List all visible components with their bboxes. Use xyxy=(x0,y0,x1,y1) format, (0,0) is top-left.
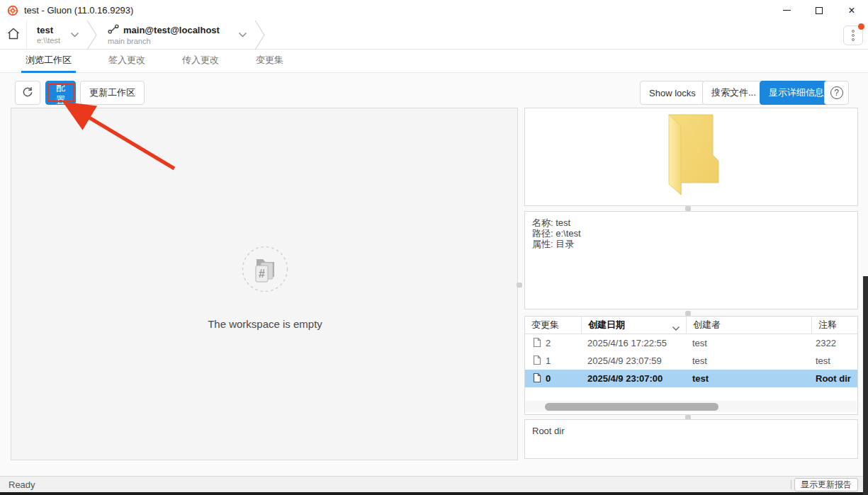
column-header-changeset[interactable]: 变更集 xyxy=(525,317,581,334)
maximize-icon xyxy=(816,7,823,14)
changeset-author: test xyxy=(686,355,811,366)
titlebar: test - Gluon (11.0.16.9293) × xyxy=(0,0,868,21)
changeset-comment-text: Root dir xyxy=(532,426,565,436)
branch-icon xyxy=(108,24,119,37)
scrollbar-thumb[interactable] xyxy=(545,403,718,411)
changeset-author: test xyxy=(686,373,811,384)
folder-preview-icon xyxy=(663,113,721,202)
column-header-date[interactable]: 创建日期 xyxy=(581,317,686,334)
refresh-icon xyxy=(21,86,34,101)
vertical-splitter-handle[interactable] xyxy=(517,283,522,288)
status-divider xyxy=(791,480,791,489)
changeset-comment: Root dir xyxy=(811,373,857,384)
window-title: test - Gluon (11.0.16.9293) xyxy=(24,5,133,16)
minimize-icon xyxy=(783,10,791,11)
detail-path: 路径: e:\test xyxy=(532,228,850,239)
chevron-down-icon xyxy=(238,32,247,38)
window-controls: × xyxy=(770,0,868,21)
changeset-row[interactable]: 2 2025/4/16 17:22:55 test 2322 xyxy=(525,334,857,352)
show-details-button[interactable]: 显示详细信息 xyxy=(760,81,833,105)
changeset-icon xyxy=(533,355,541,368)
tab-changesets[interactable]: 变更集 xyxy=(252,50,288,73)
sort-chevron-icon xyxy=(672,323,680,334)
update-workspace-button[interactable]: 更新工作区 xyxy=(80,81,145,105)
show-update-report-button[interactable]: 显示更新报告 xyxy=(794,478,858,491)
changeset-date: 2025/4/9 23:07:59 xyxy=(581,355,686,366)
tab-browse-workspace[interactable]: 浏览工作区 xyxy=(21,50,76,73)
panel-splitter-handle[interactable] xyxy=(685,311,691,316)
chevron-down-icon xyxy=(70,32,79,38)
changeset-comment: test xyxy=(811,355,857,366)
notification-dot xyxy=(858,23,864,30)
question-icon: ? xyxy=(830,86,843,99)
configure-button[interactable]: 配置 xyxy=(45,81,76,105)
changeset-icon xyxy=(533,372,541,385)
detail-name: 名称: test xyxy=(532,217,850,228)
breadcrumb: test e:\\test main@test@local xyxy=(0,21,868,50)
item-preview-panel xyxy=(524,108,858,206)
changeset-id: 2 xyxy=(546,338,551,348)
close-button[interactable]: × xyxy=(835,0,868,21)
kebab-icon xyxy=(852,34,855,37)
minimize-button[interactable] xyxy=(770,0,803,21)
empty-workspace-icon: # xyxy=(242,246,288,295)
close-icon: × xyxy=(848,5,855,16)
table-header-row: 变更集 创建日期 创建者 注释 xyxy=(525,317,857,334)
changeset-author: test xyxy=(686,338,811,348)
detail-attribute: 属性: 目录 xyxy=(532,239,850,249)
show-locks-button[interactable]: Show locks xyxy=(640,81,705,105)
kebab-icon xyxy=(852,30,855,33)
changeset-comment: 2322 xyxy=(811,338,857,348)
view-tabs: 浏览工作区 签入更改 传入更改 变更集 xyxy=(0,50,868,73)
breadcrumb-separator xyxy=(86,21,98,49)
gluon-window: test - Gluon (11.0.16.9293) × test e:\\t… xyxy=(0,0,868,495)
changesets-table: 变更集 创建日期 创建者 注释 2 2025/4/16 17:22:55 tes… xyxy=(524,316,858,415)
changeset-id: 1 xyxy=(546,355,551,366)
changeset-comment-panel: Root dir xyxy=(524,419,858,459)
help-button[interactable]: ? xyxy=(824,81,849,105)
maximize-button[interactable] xyxy=(803,0,835,21)
status-bar: Ready 显示更新报告 xyxy=(0,476,868,492)
screen-edge-right xyxy=(863,276,868,495)
workspace-file-area[interactable]: # The workspace is empty xyxy=(11,108,518,460)
breadcrumb-separator xyxy=(254,21,266,49)
changeset-date: 2025/4/9 23:07:00 xyxy=(581,373,686,384)
refresh-button[interactable] xyxy=(15,81,40,105)
changeset-id: 0 xyxy=(546,373,551,384)
status-message: Ready xyxy=(9,479,35,490)
changeset-row[interactable]: 1 2025/4/9 23:07:59 test test xyxy=(525,352,857,370)
changeset-icon xyxy=(533,337,541,350)
kebab-icon xyxy=(852,38,855,41)
column-header-comment[interactable]: 注释 xyxy=(811,317,857,334)
search-files-button[interactable]: 搜索文件... xyxy=(702,81,765,105)
changeset-row-selected[interactable]: 0 2025/4/9 23:07:00 test Root dir xyxy=(525,370,857,387)
workspace-path: e:\\test xyxy=(37,36,60,45)
screen-edge-bottom xyxy=(0,492,868,495)
tab-checkin-changes[interactable]: 签入更改 xyxy=(104,50,150,73)
empty-state: # The workspace is empty xyxy=(11,246,519,330)
empty-workspace-message: The workspace is empty xyxy=(208,318,322,330)
panel-splitter-handle[interactable] xyxy=(685,206,691,211)
home-button[interactable] xyxy=(0,21,27,49)
gluon-logo-icon xyxy=(7,5,18,16)
branch-name: main@test@localhost xyxy=(123,25,220,36)
home-icon xyxy=(6,27,21,42)
item-details-panel: 名称: test 路径: e:\test 属性: 目录 xyxy=(524,211,858,309)
horizontal-scrollbar[interactable] xyxy=(526,401,857,412)
branch-selector[interactable]: main@test@localhost main branch xyxy=(98,21,254,49)
tab-incoming-changes[interactable]: 传入更改 xyxy=(178,50,223,73)
column-header-author[interactable]: 创建者 xyxy=(686,317,811,334)
branch-sublabel: main branch xyxy=(108,37,220,46)
workspace-selector[interactable]: test e:\\test xyxy=(27,21,86,49)
svg-text:#: # xyxy=(259,268,265,280)
workspace-name: test xyxy=(37,25,60,36)
changeset-date: 2025/4/16 17:22:55 xyxy=(581,338,686,348)
